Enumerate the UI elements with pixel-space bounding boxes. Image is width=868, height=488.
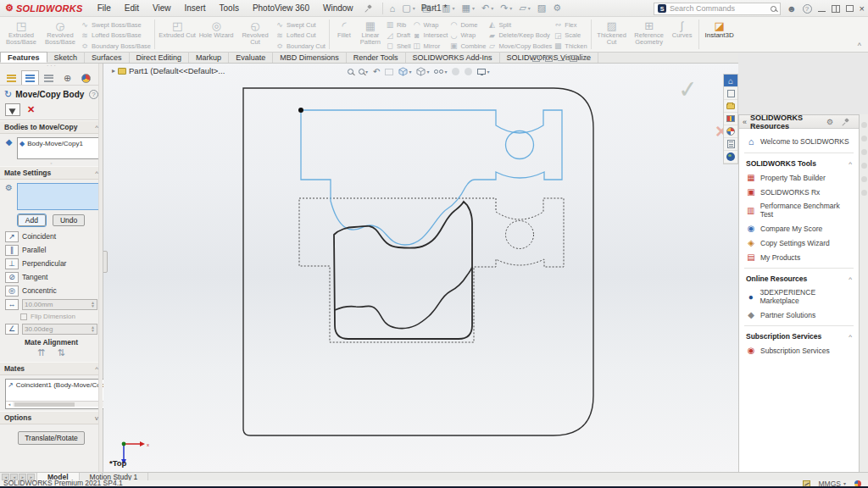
tab-view-palette[interactable]: [724, 113, 737, 125]
section-bodies-to-move[interactable]: Bodies to Move/Copy ^: [0, 120, 103, 134]
undo-button[interactable]: Undo: [53, 214, 85, 226]
ribbon-thickened-cut[interactable]: ▨Thickened Cut: [595, 19, 629, 46]
doc-close-button[interactable]: ×: [582, 54, 587, 62]
compare-my-score-link[interactable]: ◉Compare My Score: [744, 221, 854, 236]
performance-benchmark-link[interactable]: ▥Performance Benchmark Test: [744, 199, 854, 221]
aligned-icon[interactable]: ⇈: [37, 347, 45, 358]
tab-dimxpert-manager[interactable]: ⊕: [58, 70, 76, 85]
view-orientation-button[interactable]: ▾: [398, 67, 411, 76]
ribbon-instant3d[interactable]: ◪Instant3D: [703, 19, 737, 39]
panel-splitter-handle[interactable]: [103, 251, 108, 273]
collapse-panel-icon[interactable]: «: [743, 118, 747, 126]
ribbon-extruded-cut[interactable]: ◰Extruded Cut: [159, 19, 196, 39]
doc-restore-button[interactable]: [570, 55, 577, 62]
previous-view-button[interactable]: ↶: [373, 67, 380, 76]
tab-direct-editing[interactable]: Direct Editing: [130, 52, 190, 63]
solid-moved-body[interactable]: [334, 202, 472, 339]
solidworks-rx-link[interactable]: ▣SOLIDWORKS Rx: [744, 185, 854, 199]
ribbon-collapse-chevron[interactable]: ^: [858, 42, 861, 50]
pm-cancel-button[interactable]: ✕: [27, 104, 35, 115]
mate-selection-box[interactable]: [17, 183, 99, 210]
mate-type-perpendicular[interactable]: ⊥ Perpendicular: [0, 257, 103, 270]
graphics-viewport[interactable]: x ▸ Part1 (Default<<Default>... ▾ ↶ ▾: [103, 64, 738, 472]
ribbon-lofted-boss-base[interactable]: ≋Lofted Boss/Base: [81, 30, 151, 41]
minimize-button[interactable]: [818, 11, 826, 12]
partner-solutions-link[interactable]: ◆Partner Solutions: [744, 308, 854, 322]
property-tab-builder-link[interactable]: ▦Property Tab Builder: [744, 170, 854, 185]
marketplace-link[interactable]: ●3DEXPERIENCE Marketplace: [744, 286, 854, 308]
ribbon-rib[interactable]: ▥Rib: [386, 19, 411, 30]
ribbon-boundary-cut[interactable]: ≎Boundary Cut: [275, 41, 326, 51]
tab-sketch[interactable]: Sketch: [47, 52, 86, 63]
pm-scrollbar[interactable]: [98, 64, 103, 472]
ribbon-swept-boss-base[interactable]: ∿Swept Boss/Base: [81, 19, 151, 30]
menu-photoview360[interactable]: PhotoView 360: [247, 2, 315, 14]
ribbon-wrap2[interactable]: ◡Wrap: [449, 30, 486, 41]
ribbon-reference-geometry[interactable]: ⊞Reference Geometry: [631, 19, 668, 46]
section-view-button[interactable]: [385, 69, 393, 75]
ribbon-fillet[interactable]: ◜Fillet: [333, 19, 355, 39]
tab-3dexperience[interactable]: [724, 151, 737, 164]
sketch-point[interactable]: [298, 108, 303, 113]
mate-type-tangent[interactable]: ⊘ Tangent: [0, 270, 103, 284]
help-icon[interactable]: ?: [803, 4, 812, 14]
ribbon-swept-cut[interactable]: ∿Swept Cut: [275, 19, 326, 30]
ribbon-linear-pattern[interactable]: ▦Linear Pattern: [357, 19, 384, 46]
ribbon-thicken[interactable]: ▩Thicken: [554, 41, 587, 51]
new-document-button[interactable]: ▢▾: [399, 3, 417, 14]
ribbon-split[interactable]: ◭Split: [487, 19, 552, 30]
section-subscription-services[interactable]: Subscription Services ^: [744, 330, 854, 343]
translate-rotate-button[interactable]: Translate/Rotate: [18, 431, 85, 445]
save-button[interactable]: ▥▾: [439, 3, 457, 14]
tab-configuration-manager[interactable]: [40, 70, 58, 85]
pin-icon[interactable]: [842, 118, 850, 126]
ribbon-lofted-cut[interactable]: ≋Lofted Cut: [275, 30, 326, 41]
apply-scene-button[interactable]: [465, 68, 472, 75]
spinner-arrows[interactable]: ▲▼: [91, 325, 95, 332]
ribbon-shell[interactable]: ◻Shell: [386, 41, 411, 51]
tab-features[interactable]: Features: [0, 52, 47, 63]
display-style-button[interactable]: ▾: [416, 67, 429, 76]
tab-solidworks-resources[interactable]: ⌂: [724, 75, 737, 87]
ribbon-scale[interactable]: ◲Scale: [554, 30, 587, 41]
menu-window[interactable]: Window: [317, 2, 359, 14]
user-account-icon[interactable]: ☻: [787, 3, 797, 14]
tab-property-manager[interactable]: [21, 70, 39, 85]
zoom-to-area-button[interactable]: ▾: [359, 69, 368, 75]
ribbon-dome[interactable]: ◠Dome: [449, 19, 486, 30]
part-outline[interactable]: [243, 88, 593, 435]
body-list-item[interactable]: ◆Body-Move/Copy1: [18, 138, 98, 149]
add-button[interactable]: Add: [18, 214, 46, 226]
tab-solidworks-add-ins[interactable]: SOLIDWORKS Add-Ins: [406, 52, 500, 63]
confirm-ok-icon[interactable]: ✓: [677, 75, 699, 104]
tab-custom-properties[interactable]: [724, 138, 737, 151]
tab-markup[interactable]: Markup: [189, 52, 229, 63]
ribbon-flex[interactable]: ∾Flex: [554, 19, 587, 30]
undo-button[interactable]: ↶▾: [479, 3, 496, 14]
solidworks-search-scope-icon[interactable]: S: [658, 4, 666, 13]
doc-new-window-icon[interactable]: [532, 55, 540, 62]
viewport-canvas[interactable]: x: [103, 64, 738, 472]
options-button[interactable]: ⚙: [550, 3, 564, 14]
feature-tree-flyout[interactable]: ▸ Part1 (Default<<Default>...: [112, 66, 225, 75]
menu-view[interactable]: View: [147, 2, 177, 14]
ribbon-revolved-boss-base[interactable]: ◶Revolved Boss/Base: [42, 19, 79, 46]
ribbon-hole-wizard[interactable]: ◎Hole Wizard: [198, 19, 235, 39]
flip-dimension-checkbox[interactable]: [20, 313, 27, 320]
dashed-original-body[interactable]: [299, 198, 564, 342]
pm-keep-selection-button[interactable]: [5, 103, 20, 116]
print-button[interactable]: ▦▾: [459, 3, 476, 14]
tab-appearances-scenes[interactable]: [724, 125, 737, 138]
select-button[interactable]: ▱▾: [516, 3, 532, 14]
hide-show-items-button[interactable]: ▾: [434, 69, 447, 75]
tab-file-explorer[interactable]: [724, 100, 737, 113]
spinner-arrows[interactable]: ▲▼: [91, 301, 95, 308]
ribbon-delete-keep-body[interactable]: ▰Delete/Keep Body: [487, 30, 552, 41]
tab-design-library[interactable]: [724, 87, 737, 100]
menu-tools[interactable]: Tools: [214, 2, 245, 14]
tree-part-label[interactable]: Part1 (Default<<Default>...: [129, 66, 225, 75]
menu-edit[interactable]: Edit: [119, 2, 145, 14]
doc-minimize-button[interactable]: [558, 60, 565, 61]
menu-pin-icon[interactable]: [364, 4, 373, 13]
section-online-resources[interactable]: Online Resources ^: [744, 272, 854, 286]
